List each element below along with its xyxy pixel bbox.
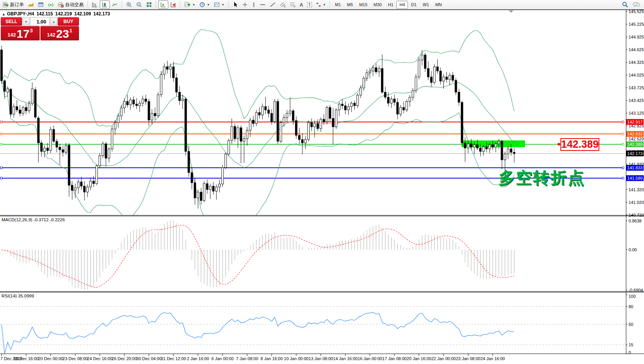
time-axis-label: 22 Jan 00:00 xyxy=(431,356,456,361)
rsi-axis-label: 0 xyxy=(629,350,631,355)
main-price-pane[interactable] xyxy=(0,29,626,249)
chat-icon[interactable] xyxy=(632,2,640,8)
autotrading-button[interactable]: 自动交易 xyxy=(56,0,86,9)
profiles-button[interactable] xyxy=(26,0,36,9)
arrows-tool-button[interactable]: ▼ xyxy=(314,0,328,9)
toolbar-separator xyxy=(227,1,230,8)
price-axis[interactable]: 145.525145.225144.925144.625144.325144.0… xyxy=(626,9,644,355)
price-tick-label: 143.425 xyxy=(629,98,644,103)
main-toolbar: 新订单 自动交易 xyxy=(0,0,644,10)
volume-input[interactable]: 1.00 xyxy=(30,17,50,26)
rsi-axis-label: 15 xyxy=(629,342,633,347)
time-axis-label: 2 Jan 16:00 xyxy=(187,356,209,361)
volume-increase-button[interactable]: ▲ xyxy=(50,17,57,26)
toolbar-separator xyxy=(121,1,123,8)
price-tag: 142.173 xyxy=(626,150,644,156)
tab-timeframe-M15[interactable]: M15 xyxy=(356,1,370,9)
price-tick-label: 144.625 xyxy=(629,47,644,52)
vertical-line-icon xyxy=(252,2,256,8)
sell-button[interactable]: SELL xyxy=(1,17,22,26)
symbol-info-line: ▲GBPJPY-,H4142.115142.219142.109142.173 xyxy=(2,11,112,17)
one-click-trading-panel: SELL ▼ 1.00 ▲ BUY 142 17 3 142 23 1 xyxy=(1,17,79,40)
crosshair-icon xyxy=(242,2,248,8)
tab-timeframe-H1[interactable]: H1 xyxy=(385,1,396,9)
fibonacci-tool-button[interactable]: F xyxy=(288,0,298,9)
time-axis-label: 16 Jan 00:00 xyxy=(358,356,382,361)
horizontal-line-tool-button[interactable] xyxy=(258,0,268,9)
turning-point-annotation[interactable]: 多空转折点 xyxy=(498,167,585,189)
rsi-pane[interactable] xyxy=(0,307,626,354)
macd-axis-label: -0.6904 xyxy=(629,288,643,292)
auto-scroll-button[interactable] xyxy=(158,0,168,9)
svg-text:141.833: 141.833 xyxy=(627,165,643,170)
signals-icon xyxy=(48,2,54,8)
bollinger-middle xyxy=(2,81,514,168)
price-level-annotation-box[interactable]: 142.389 xyxy=(560,138,599,151)
text-label-tool-button[interactable]: T xyxy=(305,0,314,9)
toolbar-separator xyxy=(86,1,89,8)
time-axis-label: 17 Jan 08:00 xyxy=(382,356,407,361)
time-axis-label: 6 Jan 00:00 xyxy=(211,356,234,361)
buy-price-point: 1 xyxy=(69,28,72,33)
bollinger-upper xyxy=(2,29,514,126)
rsi-indicator-label: RSI(14) 35.0999 xyxy=(2,294,34,298)
tab-timeframe-M1[interactable]: M1 xyxy=(332,1,344,9)
chart-bars-icon xyxy=(92,2,98,8)
tab-timeframe-W1[interactable]: W1 xyxy=(419,1,432,9)
arrow-objects-icon xyxy=(316,2,321,8)
vertical-line-tool-button[interactable] xyxy=(250,0,258,9)
new-order-button[interactable]: 新订单 xyxy=(1,0,26,9)
text-tool-button[interactable]: A xyxy=(298,0,305,9)
signals-button[interactable] xyxy=(46,0,56,9)
periods-button[interactable]: ▼ xyxy=(197,0,212,9)
chart-line-button[interactable] xyxy=(110,0,120,9)
price-tag: 141.589 xyxy=(626,175,644,181)
tab-timeframe-D1[interactable]: D1 xyxy=(408,1,419,9)
templates-button[interactable]: ▼ xyxy=(212,0,226,9)
buy-button[interactable]: BUY xyxy=(58,17,79,26)
time-axis-label: 26 Dec 20:00 xyxy=(112,356,137,361)
chart-shift-marker-icon[interactable] xyxy=(509,10,513,13)
time-axis-label: 18 Dec 16:00 xyxy=(13,356,39,361)
price-tick-label: 143.125 xyxy=(629,111,644,115)
candles[interactable] xyxy=(1,46,515,209)
sell-price-display[interactable]: 142 17 3 xyxy=(1,26,40,40)
tab-timeframe-H4[interactable]: H4 xyxy=(396,1,408,9)
svg-text:E: E xyxy=(284,5,286,8)
volume-decrease-button[interactable]: ▼ xyxy=(22,17,30,26)
collapse-panel-arrow-icon[interactable]: ▲ xyxy=(2,12,5,16)
time-axis[interactable]: 7 Dec 201918 Dec 16:0020 Dec 00:0023 Dec… xyxy=(0,354,505,361)
time-axis-label: 20 Dec 00:00 xyxy=(38,356,63,361)
chart-shift-button[interactable] xyxy=(168,0,178,9)
price-tick-label: 145.225 xyxy=(629,22,644,27)
channel-tool-button[interactable]: E xyxy=(278,0,288,9)
horizontal-line-icon xyxy=(260,2,266,8)
equidistant-channel-icon: E xyxy=(280,2,286,8)
chart-candles-button[interactable] xyxy=(100,0,110,9)
trendline-tool-button[interactable] xyxy=(268,0,278,9)
cursor-tool-button[interactable] xyxy=(231,0,240,9)
line-anchor xyxy=(0,167,2,169)
fibonacci-icon: F xyxy=(290,2,296,8)
zoom-in-button[interactable] xyxy=(124,0,134,9)
indicators-button[interactable]: ▼ xyxy=(183,0,197,9)
timeframe-group: M1M5M15M30H1H4D1W1MN xyxy=(332,0,445,10)
tab-timeframe-MN[interactable]: MN xyxy=(432,1,445,9)
chart-bars-button[interactable] xyxy=(90,0,100,9)
autotrading-icon xyxy=(58,2,64,8)
new-order-label: 新订单 xyxy=(10,2,24,8)
price-tick-label: 142.520 xyxy=(629,137,644,141)
terminal-button[interactable] xyxy=(36,0,46,9)
price-tick-label: 140.720 xyxy=(629,213,644,217)
crosshair-tool-button[interactable] xyxy=(240,0,250,9)
tile-windows-button[interactable] xyxy=(144,0,154,9)
buy-price-display[interactable]: 142 23 1 xyxy=(40,26,79,40)
line-anchor xyxy=(0,133,2,135)
search-icon[interactable] xyxy=(622,1,629,8)
chart-candles-icon xyxy=(102,2,108,8)
tab-timeframe-M30[interactable]: M30 xyxy=(371,1,385,9)
tab-timeframe-M5[interactable]: M5 xyxy=(344,1,356,9)
zoom-out-button[interactable] xyxy=(134,0,144,9)
macd-pane[interactable] xyxy=(2,220,514,290)
text-icon: A xyxy=(300,2,303,8)
